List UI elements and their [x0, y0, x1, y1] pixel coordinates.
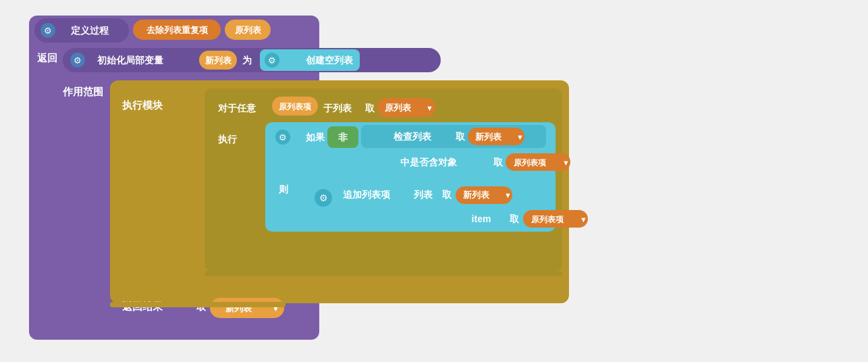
- not-label: 非: [338, 132, 348, 143]
- dropdown-arrow-4: ▼: [504, 191, 512, 199]
- connector-bar-1: [205, 271, 562, 276]
- dropdown-arrow-1: ▼: [426, 104, 433, 112]
- original-list-item-label: 原列表项: [278, 102, 312, 111]
- in-list-label: 于列表: [323, 103, 352, 113]
- take-label-5: 取: [510, 213, 520, 224]
- original-list-dropdown-label-1: 原列表: [384, 103, 412, 113]
- take-label-2: 取: [456, 131, 466, 142]
- gear-icon-1: ⚙: [44, 26, 52, 36]
- execute-label: 执行: [217, 134, 238, 145]
- take-label-4: 取: [442, 189, 452, 200]
- return-label: 返回: [37, 52, 57, 63]
- exec-block-label: 执行模块: [121, 99, 163, 111]
- check-list-label: 检查列表: [393, 131, 432, 142]
- remove-dup-label: 去除列表重复项: [146, 25, 209, 35]
- new-list-dropdown-label-2: 新列表: [475, 132, 502, 142]
- then-label: 则: [278, 184, 288, 195]
- item-label: item: [472, 213, 491, 224]
- take-label-3: 取: [493, 157, 504, 167]
- connector-bar-2: [110, 302, 286, 307]
- if-label: 如果: [305, 132, 325, 143]
- for-any-label: 对于任意: [217, 103, 256, 113]
- as-label: 为: [242, 55, 252, 66]
- add-item-label: 追加列表项: [343, 189, 391, 200]
- define-proc-label: 定义过程: [70, 25, 109, 36]
- dropdown-arrow-5: ▼: [580, 215, 587, 224]
- dropdown-arrow-3: ▼: [562, 159, 570, 167]
- scope-label: 作用范围: [62, 86, 103, 97]
- block-diagram: ⚙ 定义过程 去除列表重复项 原列表 返回 ⚙ 初始化局部变量 新列表 为 ⚙ …: [22, 9, 846, 353]
- take-label-1: 取: [365, 103, 375, 113]
- dropdown-arrow-2: ▼: [516, 133, 524, 141]
- original-list-label-top: 原列表: [234, 25, 262, 35]
- original-item-dropdown-label-3: 原列表项: [513, 158, 547, 167]
- new-list-label-init: 新列表: [205, 55, 232, 66]
- gear-icon-if: ⚙: [279, 132, 287, 143]
- gear-icon-3: ⚙: [268, 55, 276, 66]
- main-canvas: ⚙ 定义过程 去除列表重复项 原列表 返回 ⚙ 初始化局部变量 新列表 为 ⚙ …: [22, 9, 846, 353]
- gear-icon-2: ⚙: [74, 55, 82, 66]
- gear-icon-add: ⚙: [319, 193, 328, 203]
- contains-label: 中是否含对象: [400, 157, 458, 167]
- list-label: 列表: [413, 189, 433, 200]
- original-item-dropdown-label-5: 原列表项: [531, 215, 564, 224]
- create-empty-list-label: 创建空列表: [305, 55, 354, 66]
- new-list-dropdown-label-4: 新列表: [463, 190, 490, 200]
- init-var-label: 初始化局部变量: [97, 55, 163, 66]
